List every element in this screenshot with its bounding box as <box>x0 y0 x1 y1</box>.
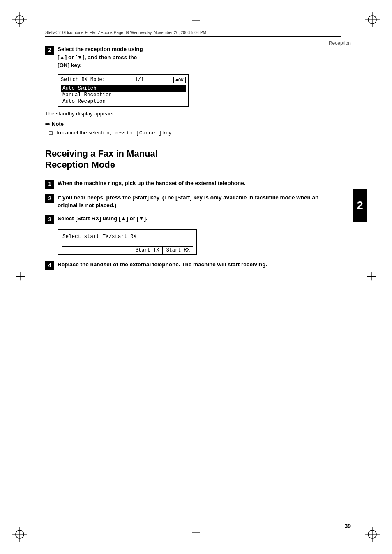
manual-step-4: 4 Replace the handset of the external te… <box>45 261 325 270</box>
step-2-select-mode: 2 Select the reception mode using [▲] or… <box>45 45 325 69</box>
manual-step-3-text: Select [Start RX] using [▲] or [▼]. <box>58 215 148 223</box>
page-number: 39 <box>344 523 351 529</box>
lcd-row-manual-reception: Manual Reception <box>61 92 186 98</box>
section-title-manual-reception: Receiving a Fax in Manual Reception Mode <box>45 145 325 173</box>
manual-step-num-2: 2 <box>45 194 54 203</box>
lcd2-buttons: Start TX Start RX <box>62 246 193 254</box>
note-item-text: To cancel the selection, press the [Canc… <box>55 129 173 137</box>
corner-mark-br <box>365 527 380 542</box>
manual-step-3: 3 Select [Start RX] using [▲] or [▼]. <box>45 215 325 224</box>
lcd-header-label: Switch RX Mode: <box>61 77 105 83</box>
manual-step-2-text: If you hear beeps, press the [Start] key… <box>58 194 325 210</box>
step-num-2: 2 <box>45 46 54 55</box>
manual-step-1: 1 When the machine rings, pick up the ha… <box>45 179 325 189</box>
lcd-display-1: Switch RX Mode: 1/1 ◆OK Auto Switch Manu… <box>58 74 189 107</box>
main-content: 2 Select the reception mode using [▲] or… <box>45 45 325 275</box>
corner-mark-tl <box>12 12 27 27</box>
manual-step-4-text: Replace the handset of the external tele… <box>58 261 267 269</box>
edge-mark-bottom <box>192 528 200 538</box>
edge-mark-left <box>16 272 25 282</box>
note-checkbox: ☐ <box>48 130 53 137</box>
pencil-icon: ✏ <box>45 121 50 127</box>
edge-mark-right <box>367 272 376 282</box>
edge-mark-top <box>192 16 200 26</box>
lcd-ok-btn: ◆OK <box>173 77 186 83</box>
lcd-display-2: Select start TX/start RX. Start TX Start… <box>58 229 197 255</box>
section-heading: Receiving a Fax in Manual Reception Mode <box>45 148 325 171</box>
section-tab: 2 <box>353 189 367 222</box>
manual-step-num-4: 4 <box>45 261 54 270</box>
step-2-text: Select the reception mode using [▲] or [… <box>58 45 143 69</box>
lcd2-btn-start-tx: Start TX <box>132 247 163 254</box>
standby-text: The standby display appears. <box>45 111 325 117</box>
lcd2-btn-start-rx: Start RX <box>162 247 193 254</box>
corner-mark-tr <box>365 12 380 27</box>
lcd-row-auto-reception: Auto Reception <box>61 98 186 105</box>
file-info: StellaC2-GBcombine-F_FM_ZF.book Page 39 … <box>45 30 341 37</box>
lcd-header-page: 1/1 <box>135 77 144 83</box>
manual-step-num-1: 1 <box>45 180 54 189</box>
manual-step-2: 2 If you hear beeps, press the [Start] k… <box>45 194 325 210</box>
reception-label: Reception <box>329 40 351 46</box>
corner-mark-bl <box>12 527 27 542</box>
lcd-row-auto-switch: Auto Switch <box>61 85 186 92</box>
note-item-1: ☐ To cancel the selection, press the [Ca… <box>48 129 325 137</box>
manual-step-1-text: When the machine rings, pick up the hand… <box>58 179 246 187</box>
note-title: ✏ Note <box>45 121 325 127</box>
lcd2-text: Select start TX/start RX. <box>62 232 193 246</box>
manual-step-num-3: 3 <box>45 215 54 224</box>
note-section: ✏ Note ☐ To cancel the selection, press … <box>45 121 325 137</box>
lcd-header: Switch RX Mode: 1/1 ◆OK <box>61 77 186 84</box>
